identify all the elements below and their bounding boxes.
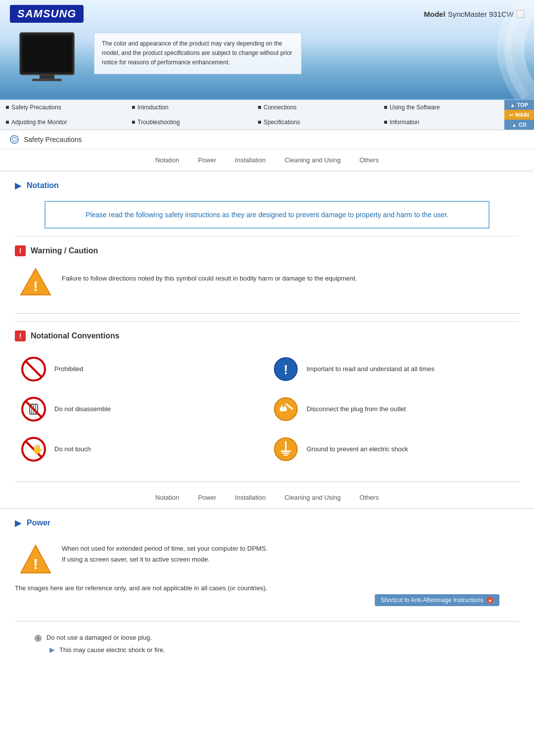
tab-power-2[interactable]: Power <box>196 493 218 502</box>
section-tabs-2: Notation Power Installation Cleaning and… <box>0 487 534 509</box>
notation-ground: Ground to prevent an electric shock <box>272 431 509 467</box>
svg-point-33 <box>37 637 40 640</box>
disconnect-label: Disconnect the plug from the outlet <box>307 405 406 413</box>
prohibited-label: Prohibited <box>54 365 84 373</box>
shortcut-button[interactable]: Shortcut to Anti-Afterimage Instructions… <box>375 594 499 606</box>
monitor-illustration <box>10 28 84 92</box>
divider-2 <box>15 481 519 482</box>
svg-line-8 <box>26 362 41 377</box>
samsung-logo: SAMSUNG <box>10 5 84 23</box>
nav-bullet <box>6 121 9 124</box>
notation-title: Notation <box>27 181 59 190</box>
tab-others-2[interactable]: Others <box>357 493 381 502</box>
up-arrow-icon: ▲ <box>510 102 515 108</box>
nav-safety-precautions[interactable]: Safety Precautions <box>0 100 126 115</box>
notation-info-box: Please read the following safety instruc… <box>44 201 490 229</box>
no-disassemble-label: Do not disassemble <box>54 405 111 413</box>
tab-cleaning-2[interactable]: Cleaning and Using <box>282 493 342 502</box>
power-section: ! When not used for extended period of t… <box>15 533 519 616</box>
divider-1 <box>15 313 519 314</box>
svg-text:!: ! <box>283 362 288 377</box>
disconnect-icon: ⚡ <box>272 395 299 423</box>
power-row: ! When not used for extended period of t… <box>15 538 519 580</box>
svg-text:!: ! <box>33 279 38 294</box>
power-warning-icon: ! <box>20 543 52 575</box>
main-content: ▶ Notation Please read the following saf… <box>0 171 534 482</box>
bullet-list: Do not use a damaged or loose plug. ▶ Th… <box>15 626 519 661</box>
no-touch-icon: 🖐 <box>20 435 47 463</box>
svg-rect-3 <box>32 79 62 81</box>
svg-rect-2 <box>40 75 54 79</box>
nav-troubleshooting[interactable]: Troubleshooting <box>126 115 252 130</box>
nav-cd-button[interactable]: ▲ CD <box>504 120 534 130</box>
breadcrumb-bar: Safety Precautions <box>0 130 534 149</box>
tab-installation-1[interactable]: Installation <box>233 155 267 165</box>
header-wave <box>396 0 534 99</box>
power-heading: ▶ Power <box>15 509 519 533</box>
notation-disconnect: ⚡ Disconnect the plug from the outlet <box>272 391 509 426</box>
power-title: Power <box>27 519 50 527</box>
warning-triangle-icon: ! <box>20 266 52 298</box>
power-description: When not used for extended period of tim… <box>62 543 267 565</box>
important-label: Important to read and understand at all … <box>307 365 435 373</box>
notation-heading: ▶ Notation <box>15 171 519 196</box>
sub-arrow-icon: ▶ <box>49 646 54 654</box>
tab-installation-2[interactable]: Installation <box>233 493 267 502</box>
nav-main-button[interactable]: ↩ MAIN <box>504 110 534 120</box>
prohibited-icon <box>20 355 47 382</box>
power-content: ▶ Power ! When not used for extended per… <box>0 509 534 661</box>
section-tabs-1: Notation Power Installation Cleaning and… <box>0 149 534 171</box>
nav-bullet <box>258 106 261 109</box>
notation-prohibited: Prohibited <box>20 351 257 386</box>
shortcut-dot-icon: ● <box>487 597 493 604</box>
bullet-item-1: Do not use a damaged or loose plug. <box>35 631 519 644</box>
nav-bullet <box>6 106 9 109</box>
nav-connections[interactable]: Connections <box>252 100 378 115</box>
svg-rect-20 <box>280 407 287 411</box>
nav-bar: Safety Precautions Introduction Connecti… <box>0 99 534 130</box>
tab-notation-2[interactable]: Notation <box>153 493 181 502</box>
ground-icon <box>272 435 299 463</box>
tab-power-1[interactable]: Power <box>196 155 218 165</box>
divider-3 <box>15 621 519 621</box>
notation-grid: Prohibited ! Important to read and under… <box>15 346 519 476</box>
important-icon: ! <box>272 355 299 382</box>
warning-icon: ! <box>15 245 26 256</box>
tab-cleaning-1[interactable]: Cleaning and Using <box>282 155 342 165</box>
notation-no-touch: 🖐 Do not touch <box>20 431 257 467</box>
notational-warning-icon: ! <box>15 331 26 341</box>
no-touch-label: Do not touch <box>54 445 91 453</box>
nav-buttons: ▲ TOP ↩ MAIN ▲ CD <box>504 100 534 130</box>
bullet-icon <box>35 635 42 642</box>
svg-text:🖐: 🖐 <box>32 444 43 455</box>
header-notice: The color and appearance of the product … <box>94 33 302 74</box>
svg-point-4 <box>12 138 16 142</box>
notational-title: Notational Conventions <box>31 331 120 340</box>
tab-notation-1[interactable]: Notation <box>153 155 181 165</box>
breadcrumb-icon <box>10 135 19 144</box>
nav-information[interactable]: Information <box>378 115 504 130</box>
header: SAMSUNG Model SyncMaster 931CW The color… <box>0 0 534 99</box>
warning-row: ! Failure to follow directions noted by … <box>15 261 519 308</box>
ground-label: Ground to prevent an electric shock <box>307 445 408 453</box>
notation-arrow-icon: ▶ <box>15 180 22 191</box>
nav-top-button[interactable]: ▲ TOP <box>504 100 534 110</box>
nav-bullet <box>132 121 135 124</box>
nav-introduction[interactable]: Introduction <box>126 100 252 115</box>
nav-bullet <box>384 106 387 109</box>
notational-conventions-heading: ! Notational Conventions <box>15 321 519 346</box>
nav-main: Safety Precautions Introduction Connecti… <box>0 100 504 130</box>
shortcut-row: Shortcut to Anti-Afterimage Instructions… <box>15 594 519 606</box>
return-icon: ↩ <box>509 112 513 118</box>
reference-text: The images here are for reference only, … <box>15 580 519 594</box>
nav-bullet <box>384 121 387 124</box>
notation-important: ! Important to read and understand at al… <box>272 351 509 386</box>
breadcrumb-text: Safety Precautions <box>24 136 82 143</box>
nav-bullet <box>132 106 135 109</box>
power-arrow-icon: ▶ <box>15 518 22 528</box>
nav-specifications[interactable]: Specifications <box>252 115 378 130</box>
nav-using-software[interactable]: Using the Software <box>378 100 504 115</box>
tab-others-1[interactable]: Others <box>357 155 381 165</box>
svg-text:!: ! <box>33 556 38 572</box>
nav-adjusting-monitor[interactable]: Adjusting the Monitor <box>0 115 126 130</box>
